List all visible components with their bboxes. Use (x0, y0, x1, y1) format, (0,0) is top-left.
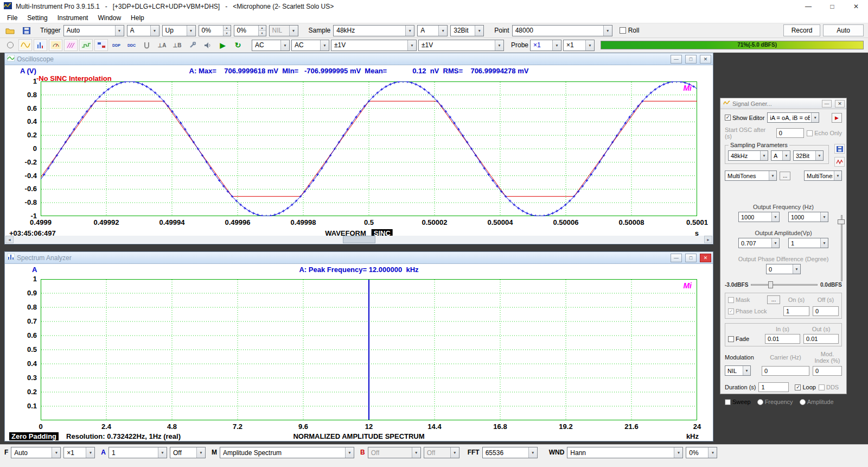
show-editor-checkbox[interactable]: ✓Show Editor (725, 115, 764, 121)
fade-in-input[interactable]: 0.01 (765, 334, 800, 344)
close-button[interactable]: ✕ (700, 55, 711, 64)
close-button[interactable]: ✕ (844, 0, 868, 13)
maximize-button[interactable]: □ (685, 55, 697, 64)
oscilloscope-icon[interactable] (18, 39, 32, 51)
pre-trigger-input[interactable]: 0%▲▼ (234, 25, 266, 36)
mask-checkbox[interactable]: Mask (728, 296, 764, 303)
trigger-mode-select[interactable]: Auto▼ (63, 25, 124, 36)
spectrum-titlebar[interactable]: Spectrum Analyzer — □ ✕ (5, 252, 713, 264)
menu-instrument[interactable]: Instrument (53, 14, 93, 22)
waveform-a-select[interactable]: MultiTones▼ (725, 171, 777, 181)
menu-window[interactable]: Window (93, 14, 126, 22)
a-processing-select[interactable]: Off▼ (170, 447, 206, 458)
minimize-button[interactable]: — (671, 55, 682, 64)
b-gain-select[interactable]: Off▼ (368, 447, 421, 458)
phase-lock-on-input[interactable]: 1 (783, 306, 809, 316)
a-gain-select[interactable]: 1▼ (108, 447, 167, 458)
spin-down-icon[interactable]: ▼ (258, 30, 266, 36)
spectrum-analyzer-icon[interactable] (34, 39, 47, 51)
sample-channel-select[interactable]: A▼ (417, 25, 448, 36)
monitor-icon[interactable] (3, 39, 17, 51)
point-count-select[interactable]: 48000▼ (512, 25, 612, 36)
frequency-b-select[interactable]: 1000▼ (788, 212, 828, 222)
roll-checkbox[interactable]: Roll (620, 27, 640, 34)
spin-up-icon[interactable]: ▲ (223, 26, 231, 30)
frequency-mode-select[interactable]: Auto▼ (11, 447, 61, 458)
gen-bit-depth-select[interactable]: 32Bit▼ (793, 150, 824, 161)
menu-help[interactable]: Help (126, 14, 149, 22)
sample-rate-select[interactable]: 48kHz▼ (333, 25, 414, 36)
overlap-select[interactable]: 0%▼ (686, 447, 717, 458)
menu-file[interactable]: File (2, 14, 22, 22)
coupling-a-select[interactable]: AC▼ (252, 40, 290, 51)
sweep-amplitude-radio[interactable]: Amplitude (800, 399, 834, 405)
minimize-button[interactable]: — (796, 0, 820, 13)
signal-generator-titlebar[interactable]: Signal Gener... — ✕ (720, 98, 846, 109)
range-a-select[interactable]: ±1V▼ (331, 40, 417, 51)
carrier-input[interactable]: 0 (762, 366, 809, 376)
oscilloscope-hscrollbar[interactable]: ◄ ► (5, 236, 712, 243)
mod-index-input[interactable]: 0 (813, 366, 842, 376)
ddp-viewer-icon[interactable]: DDP (110, 39, 123, 51)
view-mode-select[interactable]: Amplitude Spectrum▼ (220, 447, 354, 458)
amplitude-vertical-slider[interactable] (838, 215, 845, 281)
menu-setting[interactable]: Setting (22, 14, 52, 22)
fade-checkbox[interactable]: Fade (728, 336, 762, 342)
phase-difference-select[interactable]: 0▼ (766, 264, 801, 274)
calibration-wrench-icon[interactable] (186, 39, 199, 51)
speaker-icon[interactable] (201, 39, 214, 51)
amplitude-b-select[interactable]: 1▼ (788, 238, 828, 248)
close-button[interactable]: ✕ (835, 100, 845, 108)
slider-handle[interactable] (838, 219, 845, 224)
bit-depth-select[interactable]: 32Bit▼ (450, 25, 484, 36)
generator-run-button[interactable]: ▶ (832, 113, 842, 123)
minimize-button[interactable]: — (671, 254, 682, 262)
dbfs-slider[interactable] (751, 281, 818, 288)
save-button[interactable] (20, 24, 33, 36)
open-file-button[interactable] (3, 24, 17, 36)
echo-loop-icon[interactable]: ↻ (231, 39, 245, 51)
start-osc-input[interactable]: 0 (776, 128, 804, 138)
phase-lock-off-input[interactable]: 0 (813, 306, 839, 316)
dds-checkbox[interactable]: DDS (819, 384, 839, 390)
fft-size-select[interactable]: 65536▼ (482, 447, 538, 458)
gen-sample-rate-select[interactable]: 48kHz▼ (728, 150, 768, 161)
frequency-mult-select[interactable]: ×1▼ (63, 447, 95, 458)
gen-channel-select[interactable]: A▼ (771, 150, 790, 161)
trigger-edge-select[interactable]: Up▼ (162, 25, 196, 36)
maximize-button[interactable]: □ (685, 254, 697, 262)
phase-lock-checkbox[interactable]: ✓Phase Lock (728, 308, 780, 314)
mask-browse-button[interactable]: ... (767, 295, 780, 304)
trigger-level-input[interactable]: 0%▲▼ (199, 25, 231, 36)
routing-select[interactable]: iA = oA, iB = oB▼ (767, 112, 819, 123)
minimize-button[interactable]: — (822, 100, 832, 108)
run-play-icon[interactable]: ▶ (216, 39, 229, 51)
b-processing-select[interactable]: Off▼ (424, 447, 459, 458)
trigger-filter-select[interactable]: NIL▼ (269, 25, 298, 36)
frequency-a-select[interactable]: 1000▼ (738, 212, 780, 222)
spin-down-icon[interactable]: ▼ (223, 30, 231, 36)
scroll-thumb[interactable] (343, 236, 375, 243)
scroll-left-icon[interactable]: ◄ (5, 236, 14, 243)
waveform-b-select[interactable]: MultiTones▼ (804, 171, 842, 181)
reference-a-icon[interactable]: ⊥A (155, 39, 169, 51)
range-b-select[interactable]: ±1V▼ (418, 40, 504, 51)
auto-scale-button[interactable]: Auto (823, 24, 864, 36)
hold-probe-icon[interactable] (140, 39, 154, 51)
sweep-checkbox[interactable]: Sweep (725, 399, 751, 405)
fade-out-input[interactable]: 0.01 (803, 334, 839, 344)
scroll-track[interactable] (14, 236, 704, 243)
amplitude-a-select[interactable]: 0.707▼ (738, 238, 780, 248)
probe-a-select[interactable]: ×1▼ (530, 40, 561, 51)
ddc-icon[interactable]: DDC (125, 39, 138, 51)
oscilloscope-titlebar[interactable]: Oscilloscope — □ ✕ (5, 53, 713, 65)
scroll-right-icon[interactable]: ► (704, 236, 712, 243)
reference-b-icon[interactable]: ⊥B (170, 39, 184, 51)
save-signal-button[interactable] (834, 144, 845, 154)
data-logger-icon[interactable] (79, 39, 93, 51)
maximize-button[interactable]: □ (820, 0, 844, 13)
device-test-plan-icon[interactable] (94, 39, 108, 51)
multimeter-icon[interactable] (49, 39, 62, 51)
dds-signal-icon[interactable] (834, 157, 845, 167)
sweep-frequency-radio[interactable]: Frequency (757, 399, 793, 405)
